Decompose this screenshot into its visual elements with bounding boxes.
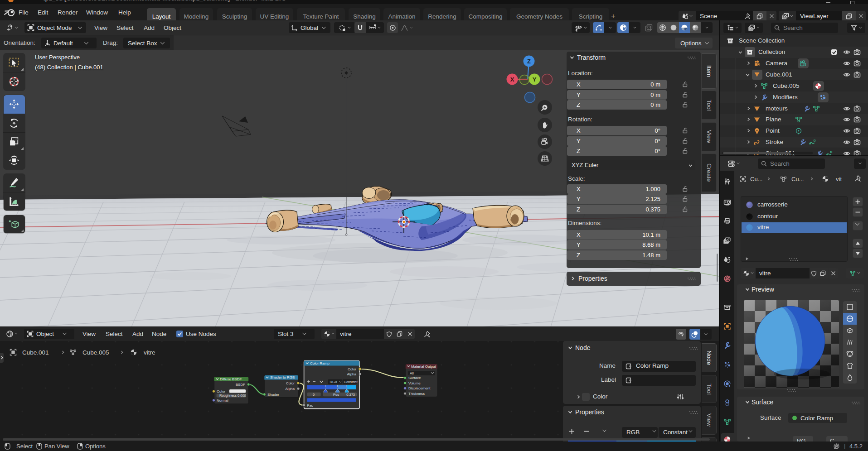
- svg-text:Shader: Shader: [267, 393, 279, 397]
- svg-text:Surface: Surface: [408, 376, 421, 380]
- svg-text:Normal: Normal: [217, 398, 228, 403]
- svg-text:Color Ramp: Color Ramp: [310, 361, 330, 365]
- svg-text:Roughness 0.000: Roughness 0.000: [219, 393, 246, 398]
- svg-text:All: All: [410, 371, 414, 375]
- svg-text:Pos: Pos: [333, 393, 339, 397]
- svg-text:Color: Color: [348, 367, 356, 371]
- svg-text:Shader to RGB: Shader to RGB: [270, 375, 295, 379]
- svg-text:Volume: Volume: [408, 381, 421, 385]
- svg-text:Material Output: Material Output: [411, 365, 436, 369]
- svg-text:Y: Y: [533, 76, 537, 83]
- svg-text:Alpha: Alpha: [347, 372, 357, 376]
- svg-text:Color: Color: [286, 381, 295, 385]
- svg-text:Z: Z: [527, 58, 531, 65]
- svg-text:Diffuse BSDF: Diffuse BSDF: [220, 377, 242, 381]
- svg-text:RGB: RGB: [330, 380, 337, 384]
- svg-text:Thickness: Thickness: [408, 392, 425, 396]
- svg-text:0: 0: [313, 393, 315, 397]
- svg-text:Fac: Fac: [307, 403, 313, 408]
- svg-text:Displacement: Displacement: [408, 386, 431, 390]
- svg-text:BSDF: BSDF: [236, 383, 245, 387]
- svg-text:Color: Color: [217, 389, 225, 393]
- svg-text:X: X: [510, 76, 514, 83]
- svg-text:0.373: 0.373: [346, 393, 355, 397]
- svg-text:Alpha: Alpha: [286, 387, 295, 391]
